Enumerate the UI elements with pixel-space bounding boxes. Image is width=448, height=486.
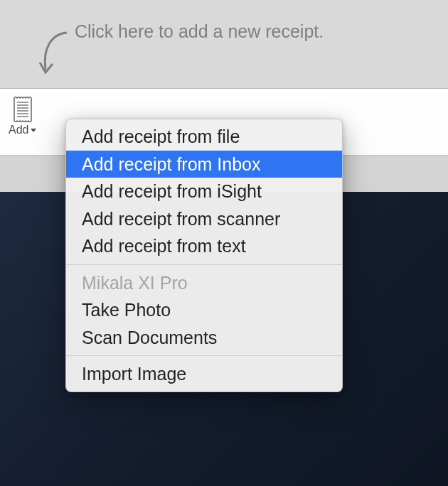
chevron-down-icon	[31, 129, 36, 132]
menu-item-scan-documents[interactable]: Scan Documents	[66, 324, 342, 352]
hint-arrow-icon	[36, 30, 71, 80]
receipt-icon	[13, 97, 33, 122]
menu-item-add-from-file[interactable]: Add receipt from file	[66, 123, 342, 151]
menu-item-device-header: Mikala XI Pro	[66, 269, 342, 297]
menu-item-add-from-inbox[interactable]: Add receipt from Inbox	[66, 151, 342, 178]
menu-item-add-from-scanner[interactable]: Add receipt from scanner	[66, 205, 342, 233]
add-receipt-button[interactable]: Add	[9, 97, 36, 136]
menu-item-add-from-isight[interactable]: Add receipt from iSight	[66, 178, 342, 205]
menu-separator	[66, 355, 342, 356]
menu-item-import-image[interactable]: Import Image	[66, 360, 342, 388]
menu-item-add-from-text[interactable]: Add receipt from text	[66, 232, 342, 260]
add-button-label: Add	[9, 124, 28, 136]
add-receipt-menu[interactable]: Add receipt from file Add receipt from I…	[65, 119, 343, 392]
hint-text: Click here to add a new receipt.	[75, 21, 324, 42]
menu-separator	[66, 264, 342, 265]
menu-item-take-photo[interactable]: Take Photo	[66, 296, 342, 324]
